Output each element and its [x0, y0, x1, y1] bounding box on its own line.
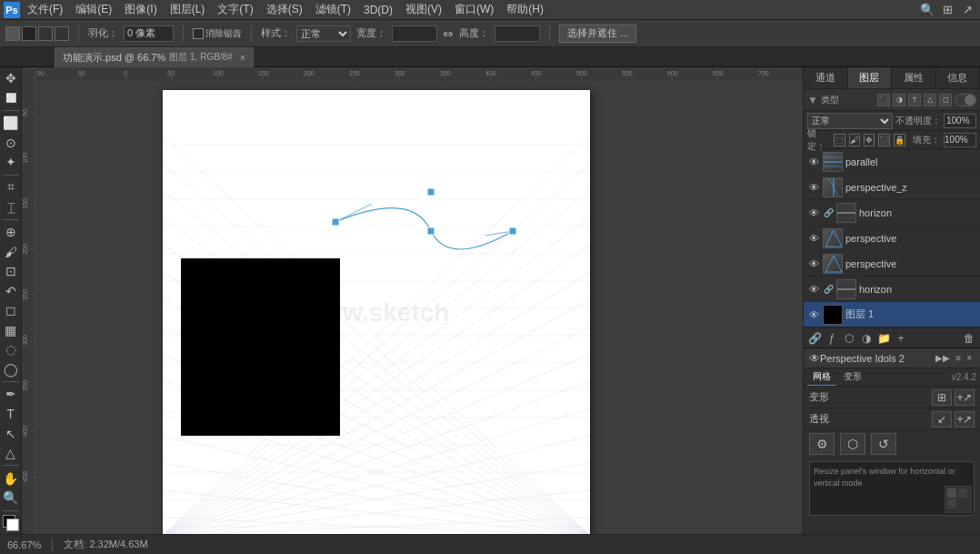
artboard-tool[interactable]: ⬜	[1, 89, 21, 108]
layer-item-layer1[interactable]: 👁 图层 1	[804, 302, 980, 327]
brush-tool[interactable]: 🖌	[1, 242, 21, 261]
fg-bg-colors[interactable]	[1, 513, 21, 532]
layer-vis-persp2[interactable]: 👁	[807, 257, 820, 270]
doc-tab[interactable]: 功能演示.psd @ 66.7% 图层 1, RGB/8# ×	[55, 47, 254, 67]
layer-item-horizon2[interactable]: 👁 🔗 horizon	[804, 277, 980, 302]
filter-toggle[interactable]	[955, 94, 976, 106]
canvas-area[interactable]: 90 50 0 50 100 150 200 250 300 350 400 4…	[35, 67, 803, 534]
lock-image[interactable]: 🖌	[849, 134, 860, 146]
dodge-tool[interactable]: ◯	[1, 360, 21, 379]
pt2-vis-icon[interactable]: 👁	[809, 352, 820, 365]
tab-close[interactable]: ×	[240, 52, 245, 63]
style-select[interactable]: 正常	[296, 25, 351, 42]
eraser-tool[interactable]: ◻	[1, 301, 21, 320]
pt2-tab-grid[interactable]: 网格	[807, 368, 836, 386]
delete-layer-btn[interactable]: 🗑	[962, 331, 976, 346]
pt2-menu-btn[interactable]: ≡	[953, 352, 964, 364]
search-btn[interactable]: 🔍	[918, 1, 936, 19]
pen-tool[interactable]: ✒	[1, 385, 21, 404]
layer-vis-persp-z[interactable]: 👁	[807, 181, 820, 194]
eyedropper-tool[interactable]: ⌶	[1, 197, 21, 217]
history-brush[interactable]: ↶	[1, 281, 21, 300]
lock-artboard[interactable]: ⬛	[878, 134, 890, 146]
crop-tool[interactable]: ⌗	[1, 178, 21, 197]
pt2-transform-btn1[interactable]: ⊞	[932, 389, 952, 406]
move-tool[interactable]: ✥	[1, 69, 21, 88]
tab-info[interactable]: 信息	[936, 67, 981, 88]
swap-icon[interactable]: ⇔	[443, 26, 454, 41]
tab-channels[interactable]: 通道	[804, 67, 848, 88]
menu-edit[interactable]: 编辑(E)	[70, 1, 117, 18]
layer-vis-horizon2[interactable]: 👁	[807, 283, 820, 296]
tool-preset-2[interactable]	[22, 26, 36, 41]
pt2-settings-btn[interactable]: ⚙	[809, 433, 835, 455]
menu-layer[interactable]: 图层(L)	[165, 1, 211, 18]
filter-type[interactable]: T	[908, 94, 921, 106]
layer-item-horizon1[interactable]: 👁 🔗 horizon	[804, 200, 980, 226]
menu-text[interactable]: 文字(T)	[212, 1, 258, 18]
anti-alias-cb[interactable]: 消除锯齿	[193, 27, 242, 40]
text-tool[interactable]: T	[1, 405, 21, 424]
tab-layers[interactable]: 图层	[848, 67, 893, 88]
lock-position[interactable]: ✥	[864, 134, 875, 146]
pt2-close-btn[interactable]: ×	[964, 352, 975, 364]
layer-item-persp-z[interactable]: 👁 perspective_z	[804, 175, 980, 200]
zoom-tool[interactable]: 🔍	[1, 489, 21, 508]
path-select[interactable]: ↖	[1, 424, 21, 443]
filter-smart[interactable]: ◻	[939, 94, 952, 106]
menu-window[interactable]: 窗口(W)	[449, 1, 499, 18]
tool-preset-1[interactable]	[5, 26, 20, 41]
add-adj-btn[interactable]: ◑	[859, 331, 874, 346]
menu-file[interactable]: 文件(F)	[22, 1, 68, 18]
workspace-btn[interactable]: ⊞	[938, 1, 956, 19]
healing-tool[interactable]: ⊕	[1, 223, 21, 242]
pt2-grid-btn[interactable]: ⬡	[840, 433, 865, 455]
menu-filter[interactable]: 滤镜(T)	[310, 1, 356, 18]
add-link-btn[interactable]: 🔗	[807, 331, 822, 346]
lock-all[interactable]: 🔒	[894, 134, 905, 146]
clone-tool[interactable]: ⊡	[1, 262, 21, 281]
height-input[interactable]	[495, 25, 540, 42]
feather-input[interactable]	[124, 25, 174, 42]
opacity-input[interactable]	[944, 114, 976, 128]
menu-image[interactable]: 图像(I)	[119, 1, 162, 18]
add-group-btn[interactable]: 📁	[876, 331, 891, 346]
magic-wand-tool[interactable]: ✦	[1, 153, 21, 172]
fill-input[interactable]	[944, 133, 976, 147]
menu-select[interactable]: 选择(S)	[261, 1, 308, 18]
add-mask-btn[interactable]: ⬡	[842, 331, 856, 346]
layer-link-horizon1[interactable]: 🔗	[823, 207, 834, 218]
pt2-persp-btn2[interactable]: +↗	[955, 411, 975, 428]
filter-shape[interactable]: △	[924, 94, 936, 106]
canvas-viewport[interactable]: www.sketch	[35, 81, 803, 534]
select-mask-btn[interactable]: 选择并遮住 ...	[559, 25, 636, 43]
pt2-persp-btn1[interactable]: ↙	[932, 411, 952, 428]
lock-transparency[interactable]: ⬚	[834, 134, 845, 146]
gradient-tool[interactable]: ▦	[1, 321, 21, 340]
layer-vis-persp1[interactable]: 👁	[807, 232, 820, 245]
pt2-transform-btn2[interactable]: +↗	[955, 389, 975, 406]
marquee-tool[interactable]: ⬜	[1, 114, 21, 133]
layer-link-horizon2[interactable]: 🔗	[823, 284, 834, 295]
layer-panel[interactable]: ▼ 类型 ⬛ ◑ T △ ◻ 正常 不透明度：	[804, 89, 980, 348]
menu-help[interactable]: 帮助(H)	[501, 1, 549, 18]
pt2-collapse-btn[interactable]: ▶▶	[933, 352, 953, 364]
pt2-tab-transform[interactable]: 变形	[838, 368, 867, 386]
layer-item-parallel[interactable]: 👁 parallel	[804, 149, 980, 175]
filter-pixel[interactable]: ⬛	[877, 94, 890, 106]
layer-vis-parallel[interactable]: 👁	[807, 156, 820, 168]
layer-vis-layer1[interactable]: 👁	[807, 308, 820, 321]
tab-properties[interactable]: 属性	[892, 67, 936, 88]
lasso-tool[interactable]: ⊙	[1, 134, 21, 153]
width-input[interactable]	[392, 25, 437, 42]
hand-tool[interactable]: ✋	[1, 468, 21, 488]
add-fx-btn[interactable]: ƒ	[825, 331, 839, 346]
add-layer-btn[interactable]: +	[894, 331, 908, 346]
tool-preset-3[interactable]	[38, 26, 53, 41]
menu-view[interactable]: 视图(V)	[400, 1, 447, 18]
menu-3d[interactable]: 3D(D)	[358, 3, 398, 17]
filter-adj[interactable]: ◑	[893, 94, 905, 106]
share-btn[interactable]: ↗	[958, 1, 976, 19]
layer-item-persp2[interactable]: 👁 perspective	[804, 251, 980, 277]
layer-vis-horizon1[interactable]: 👁	[807, 206, 820, 219]
